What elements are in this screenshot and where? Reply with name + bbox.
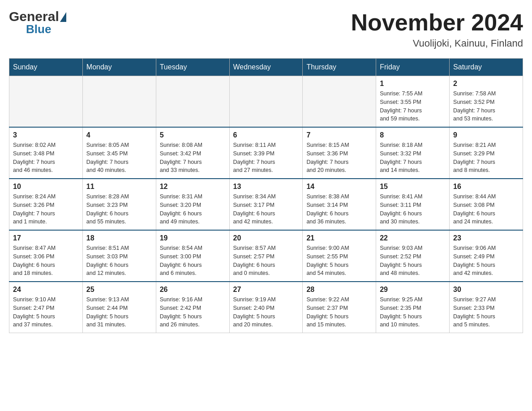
day-info: Sunrise: 8:54 AM Sunset: 3:00 PM Dayligh… <box>160 244 226 278</box>
day-header-sunday: Sunday <box>9 59 83 76</box>
calendar-week-row: 1Sunrise: 7:55 AM Sunset: 3:55 PM Daylig… <box>9 76 523 128</box>
calendar-header-row: SundayMondayTuesdayWednesdayThursdayFrid… <box>9 59 523 76</box>
day-number: 4 <box>86 131 152 139</box>
day-number: 25 <box>86 286 152 294</box>
calendar-week-row: 24Sunrise: 9:10 AM Sunset: 2:47 PM Dayli… <box>9 282 523 333</box>
day-number: 23 <box>453 234 519 242</box>
calendar-cell: 22Sunrise: 9:03 AM Sunset: 2:52 PM Dayli… <box>376 230 450 282</box>
day-number: 3 <box>13 131 79 139</box>
day-info: Sunrise: 7:58 AM Sunset: 3:52 PM Dayligh… <box>453 90 519 123</box>
calendar-cell: 6Sunrise: 8:11 AM Sunset: 3:39 PM Daylig… <box>229 127 303 179</box>
day-number: 19 <box>160 234 226 242</box>
day-info: Sunrise: 9:25 AM Sunset: 2:35 PM Dayligh… <box>380 295 446 329</box>
calendar-cell: 8Sunrise: 8:18 AM Sunset: 3:32 PM Daylig… <box>376 127 450 179</box>
calendar-subtitle: Vuolijoki, Kainuu, Finland <box>351 38 523 49</box>
day-info: Sunrise: 9:10 AM Sunset: 2:47 PM Dayligh… <box>13 295 79 329</box>
day-number: 5 <box>160 131 226 139</box>
logo-triangle-icon <box>60 12 66 22</box>
calendar-week-row: 10Sunrise: 8:24 AM Sunset: 3:26 PM Dayli… <box>9 179 523 230</box>
day-info: Sunrise: 8:21 AM Sunset: 3:29 PM Dayligh… <box>453 141 519 175</box>
day-info: Sunrise: 8:28 AM Sunset: 3:23 PM Dayligh… <box>86 193 152 226</box>
day-info: Sunrise: 8:38 AM Sunset: 3:14 PM Dayligh… <box>306 193 372 226</box>
calendar-cell <box>82 76 156 128</box>
day-info: Sunrise: 8:08 AM Sunset: 3:42 PM Dayligh… <box>160 141 226 175</box>
calendar-cell: 24Sunrise: 9:10 AM Sunset: 2:47 PM Dayli… <box>9 282 83 333</box>
logo: General Blue <box>9 9 66 36</box>
day-header-saturday: Saturday <box>450 59 523 76</box>
day-info: Sunrise: 9:06 AM Sunset: 2:49 PM Dayligh… <box>453 244 519 278</box>
day-number: 10 <box>13 183 79 191</box>
calendar-cell: 12Sunrise: 8:31 AM Sunset: 3:20 PM Dayli… <box>156 179 229 230</box>
day-info: Sunrise: 9:27 AM Sunset: 2:33 PM Dayligh… <box>453 295 519 329</box>
calendar-cell: 19Sunrise: 8:54 AM Sunset: 3:00 PM Dayli… <box>156 230 229 282</box>
day-header-wednesday: Wednesday <box>229 59 303 76</box>
calendar-cell: 27Sunrise: 9:19 AM Sunset: 2:40 PM Dayli… <box>229 282 303 333</box>
day-number: 16 <box>453 183 519 191</box>
day-number: 18 <box>86 234 152 242</box>
day-number: 15 <box>380 183 446 191</box>
calendar-cell: 14Sunrise: 8:38 AM Sunset: 3:14 PM Dayli… <box>303 179 376 230</box>
day-number: 2 <box>453 80 519 88</box>
calendar-cell: 25Sunrise: 9:13 AM Sunset: 2:44 PM Dayli… <box>82 282 156 333</box>
calendar-cell: 13Sunrise: 8:34 AM Sunset: 3:17 PM Dayli… <box>229 179 303 230</box>
day-info: Sunrise: 8:02 AM Sunset: 3:48 PM Dayligh… <box>13 141 79 175</box>
calendar-cell: 21Sunrise: 9:00 AM Sunset: 2:55 PM Dayli… <box>303 230 376 282</box>
calendar-cell: 17Sunrise: 8:47 AM Sunset: 3:06 PM Dayli… <box>9 230 83 282</box>
calendar-cell: 9Sunrise: 8:21 AM Sunset: 3:29 PM Daylig… <box>450 127 523 179</box>
calendar-week-row: 17Sunrise: 8:47 AM Sunset: 3:06 PM Dayli… <box>9 230 523 282</box>
day-info: Sunrise: 9:22 AM Sunset: 2:37 PM Dayligh… <box>306 295 372 329</box>
day-info: Sunrise: 8:44 AM Sunset: 3:08 PM Dayligh… <box>453 193 519 226</box>
calendar-table: SundayMondayTuesdayWednesdayThursdayFrid… <box>9 58 523 333</box>
logo-general-text: General <box>9 9 59 24</box>
day-number: 1 <box>380 80 446 88</box>
calendar-cell: 28Sunrise: 9:22 AM Sunset: 2:37 PM Dayli… <box>303 282 376 333</box>
day-info: Sunrise: 9:00 AM Sunset: 2:55 PM Dayligh… <box>306 244 372 278</box>
day-number: 12 <box>160 183 226 191</box>
calendar-cell: 15Sunrise: 8:41 AM Sunset: 3:11 PM Dayli… <box>376 179 450 230</box>
calendar-title: November 2024 <box>351 9 523 36</box>
day-header-friday: Friday <box>376 59 450 76</box>
calendar-cell: 11Sunrise: 8:28 AM Sunset: 3:23 PM Dayli… <box>82 179 156 230</box>
day-number: 20 <box>233 234 299 242</box>
day-number: 26 <box>160 286 226 294</box>
calendar-cell: 2Sunrise: 7:58 AM Sunset: 3:52 PM Daylig… <box>450 76 523 128</box>
day-number: 27 <box>233 286 299 294</box>
day-info: Sunrise: 9:16 AM Sunset: 2:42 PM Dayligh… <box>160 295 226 329</box>
day-number: 11 <box>86 183 152 191</box>
day-header-monday: Monday <box>82 59 156 76</box>
day-number: 22 <box>380 234 446 242</box>
day-number: 30 <box>453 286 519 294</box>
day-number: 6 <box>233 131 299 139</box>
day-info: Sunrise: 9:03 AM Sunset: 2:52 PM Dayligh… <box>380 244 446 278</box>
day-info: Sunrise: 8:57 AM Sunset: 2:57 PM Dayligh… <box>233 244 299 278</box>
day-number: 21 <box>306 234 372 242</box>
day-info: Sunrise: 8:41 AM Sunset: 3:11 PM Dayligh… <box>380 193 446 226</box>
calendar-cell <box>156 76 229 128</box>
day-info: Sunrise: 8:11 AM Sunset: 3:39 PM Dayligh… <box>233 141 299 175</box>
calendar-cell <box>9 76 83 128</box>
day-header-tuesday: Tuesday <box>156 59 229 76</box>
calendar-cell: 26Sunrise: 9:16 AM Sunset: 2:42 PM Dayli… <box>156 282 229 333</box>
calendar-cell: 23Sunrise: 9:06 AM Sunset: 2:49 PM Dayli… <box>450 230 523 282</box>
day-info: Sunrise: 9:19 AM Sunset: 2:40 PM Dayligh… <box>233 295 299 329</box>
logo-blue-text: Blue <box>26 22 51 36</box>
day-number: 17 <box>13 234 79 242</box>
calendar-cell: 3Sunrise: 8:02 AM Sunset: 3:48 PM Daylig… <box>9 127 83 179</box>
calendar-cell: 7Sunrise: 8:15 AM Sunset: 3:36 PM Daylig… <box>303 127 376 179</box>
day-number: 9 <box>453 131 519 139</box>
day-info: Sunrise: 8:34 AM Sunset: 3:17 PM Dayligh… <box>233 193 299 226</box>
calendar-cell: 20Sunrise: 8:57 AM Sunset: 2:57 PM Dayli… <box>229 230 303 282</box>
day-number: 29 <box>380 286 446 294</box>
calendar-cell: 1Sunrise: 7:55 AM Sunset: 3:55 PM Daylig… <box>376 76 450 128</box>
calendar-cell: 10Sunrise: 8:24 AM Sunset: 3:26 PM Dayli… <box>9 179 83 230</box>
calendar-cell: 30Sunrise: 9:27 AM Sunset: 2:33 PM Dayli… <box>450 282 523 333</box>
day-info: Sunrise: 8:24 AM Sunset: 3:26 PM Dayligh… <box>13 193 79 226</box>
title-section: November 2024 Vuolijoki, Kainuu, Finland <box>351 9 523 49</box>
calendar-cell: 5Sunrise: 8:08 AM Sunset: 3:42 PM Daylig… <box>156 127 229 179</box>
calendar-cell <box>303 76 376 128</box>
day-info: Sunrise: 8:51 AM Sunset: 3:03 PM Dayligh… <box>86 244 152 278</box>
day-info: Sunrise: 8:31 AM Sunset: 3:20 PM Dayligh… <box>160 193 226 226</box>
day-number: 14 <box>306 183 372 191</box>
day-header-thursday: Thursday <box>303 59 376 76</box>
day-number: 13 <box>233 183 299 191</box>
